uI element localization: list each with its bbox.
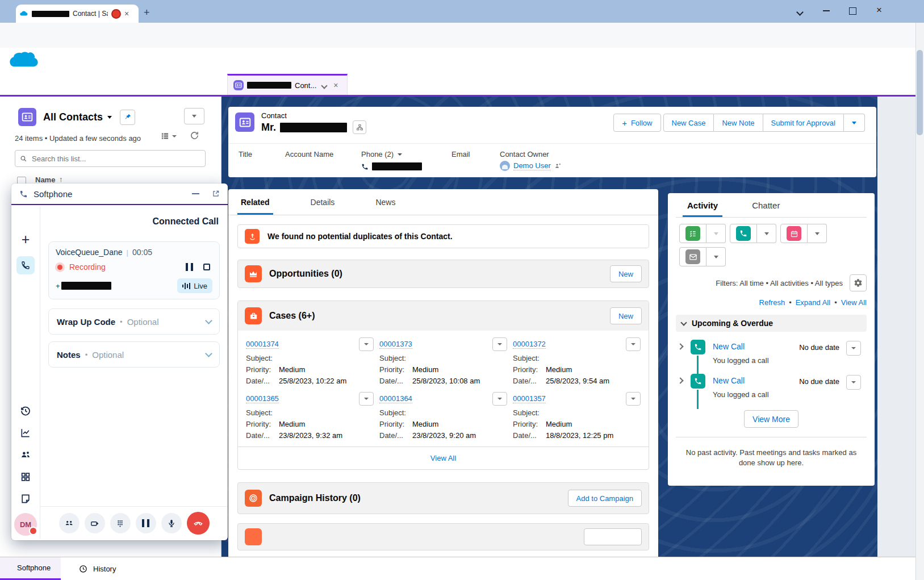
case-number-link[interactable]: 00001372 (513, 340, 546, 349)
email-dropdown[interactable] (706, 247, 726, 266)
next-section-button[interactable] (584, 528, 642, 545)
tab-news[interactable]: News (375, 198, 395, 207)
follow-button[interactable]: +Follow (613, 114, 660, 132)
window-close-button[interactable]: × (876, 5, 882, 16)
cases-title[interactable]: Cases (6+) (269, 311, 315, 321)
agent-avatar[interactable]: DM (14, 513, 37, 536)
browser-tab[interactable]: Contact | Sal × (16, 5, 139, 23)
expand-all-link[interactable]: Expand All (796, 298, 830, 307)
new-task-button[interactable] (679, 224, 706, 243)
case-actions-dropdown[interactable] (626, 392, 641, 406)
change-owner-icon[interactable] (554, 162, 561, 169)
activity-filter-settings-button[interactable] (850, 274, 867, 291)
tab-related[interactable]: Related (241, 189, 270, 215)
expand-item-chevron-icon[interactable] (677, 377, 683, 383)
scrollbar-thumb[interactable] (917, 50, 923, 135)
list-view-dropdown-icon[interactable] (107, 116, 112, 119)
case-number-link[interactable]: 00001364 (379, 394, 412, 403)
window-minimize-button[interactable] (823, 10, 830, 11)
owner-link[interactable]: Demo User (513, 161, 551, 170)
opportunities-title[interactable]: Opportunities (0) (269, 269, 342, 279)
case-actions-dropdown[interactable] (492, 337, 507, 351)
view-all-link[interactable]: View All (841, 298, 867, 307)
window-maximize-button[interactable] (849, 7, 856, 15)
refresh-link[interactable]: Refresh (759, 298, 785, 307)
window-menu-chevron-icon[interactable] (797, 8, 802, 16)
case-actions-dropdown[interactable] (626, 337, 641, 351)
log-call-button[interactable] (730, 224, 757, 243)
pin-list-button[interactable] (120, 110, 135, 125)
utility-softphone-tab[interactable]: Softphone (0, 557, 61, 580)
view-more-button[interactable]: View More (744, 410, 798, 428)
submit-for-approval-button[interactable]: Submit for Approval (763, 114, 844, 132)
more-actions-dropdown-button[interactable] (844, 114, 865, 132)
list-view-title[interactable]: All Contacts (43, 111, 103, 123)
activity-item-dropdown[interactable] (846, 341, 861, 356)
case-number-link[interactable]: 00001374 (246, 340, 279, 349)
tab-close-icon[interactable]: × (124, 9, 129, 18)
log-call-dropdown[interactable] (757, 224, 776, 243)
case-actions-dropdown[interactable] (359, 392, 374, 406)
active-call-tab-icon[interactable] (16, 256, 35, 274)
new-event-button[interactable] (780, 224, 808, 243)
new-note-button[interactable]: New Note (714, 114, 763, 132)
wrap-up-code-accordion[interactable]: Wrap Up Code • Optional (48, 308, 220, 335)
new-task-dropdown[interactable] (706, 224, 726, 243)
mute-mic-button[interactable] (161, 513, 182, 533)
new-call-plus-icon[interactable]: + (22, 231, 30, 248)
pause-recording-icon[interactable] (186, 263, 193, 271)
stop-recording-icon[interactable] (203, 264, 210, 270)
opportunities-section[interactable]: Opportunities (0) New (237, 260, 649, 288)
expand-item-chevron-icon[interactable] (677, 343, 683, 349)
analytics-chart-icon[interactable] (20, 427, 31, 439)
minimize-icon[interactable] (192, 193, 199, 194)
apps-grid-icon[interactable] (20, 471, 31, 482)
record-tab-chevron-icon[interactable] (322, 81, 327, 90)
upcoming-overdue-section-header[interactable]: Upcoming & Overdue (676, 315, 867, 332)
cases-header[interactable]: Cases (6+) New (238, 301, 649, 331)
utility-history-tab[interactable]: History (68, 557, 127, 580)
new-case-button[interactable]: New Case (663, 114, 714, 132)
name-column-header[interactable]: Name (35, 176, 55, 184)
history-icon[interactable] (20, 405, 32, 417)
case-number-link[interactable]: 00001373 (379, 340, 412, 349)
new-tab-button[interactable]: + (144, 7, 150, 19)
nav-tab-record-active[interactable]: Cont... × (227, 74, 348, 95)
list-search-box[interactable] (15, 150, 206, 167)
activity-item-title[interactable]: New Call (713, 376, 745, 385)
notes-memo-icon[interactable] (20, 493, 31, 504)
tab-chatter[interactable]: Chatter (752, 201, 780, 210)
campaign-history-section[interactable]: Campaign History (0) Add to Campaign (237, 482, 649, 514)
new-event-dropdown[interactable] (808, 224, 827, 243)
refresh-list-icon[interactable] (190, 131, 199, 140)
campaign-history-title[interactable]: Campaign History (0) (269, 493, 361, 503)
list-search-input[interactable] (31, 154, 200, 164)
phone-dropdown-icon[interactable] (398, 153, 402, 156)
switch-device-button[interactable] (85, 513, 105, 533)
view-all-cases-link[interactable]: View All (430, 454, 456, 462)
tab-details[interactable]: Details (311, 198, 335, 207)
case-actions-dropdown[interactable] (492, 392, 507, 406)
list-actions-dropdown-button[interactable] (184, 108, 204, 124)
activity-item-title[interactable]: New Call (713, 342, 745, 351)
hold-call-button[interactable] (136, 513, 156, 533)
transfer-call-button[interactable] (59, 513, 80, 533)
popout-icon[interactable] (212, 190, 220, 198)
display-as-button[interactable] (161, 132, 177, 140)
end-call-button[interactable] (187, 512, 210, 535)
add-to-campaign-button[interactable]: Add to Campaign (568, 490, 642, 507)
phone-field-label-row[interactable]: Phone (2) (361, 150, 402, 158)
case-actions-dropdown[interactable] (359, 337, 374, 351)
tab-activity[interactable]: Activity (687, 193, 718, 217)
live-transcription-badge[interactable]: Live (177, 278, 212, 293)
section-collapse-chevron-icon[interactable] (680, 319, 687, 326)
activity-item-dropdown[interactable] (846, 375, 861, 390)
phone-field-value[interactable] (361, 162, 422, 170)
notes-accordion[interactable]: Notes • Optional (48, 341, 220, 368)
view-hierarchy-button[interactable] (353, 120, 366, 134)
record-tab-close-icon[interactable]: × (333, 81, 338, 90)
new-case-button[interactable]: New (610, 307, 642, 324)
case-number-link[interactable]: 00001365 (246, 394, 279, 403)
new-opportunity-button[interactable]: New (610, 265, 642, 282)
dialpad-button[interactable] (110, 513, 131, 533)
